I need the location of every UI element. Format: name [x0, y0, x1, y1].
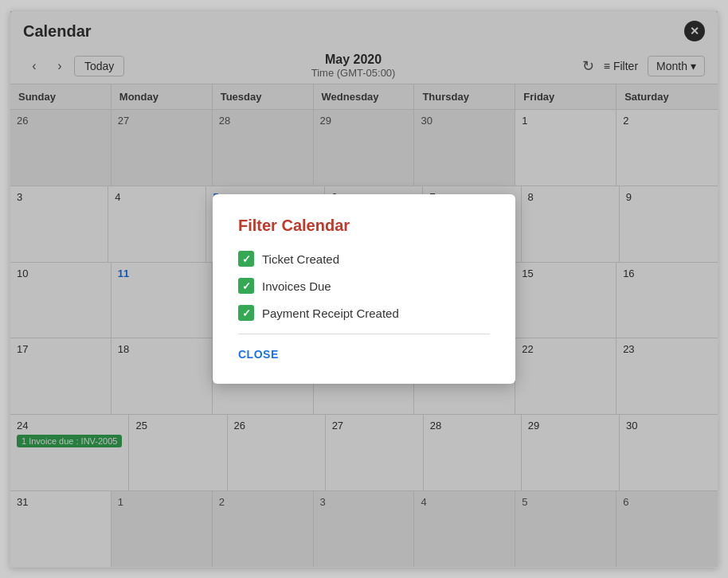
filter-items-container: Ticket CreatedInvoices DuePayment Receip… — [238, 251, 490, 321]
modal-overlay: Filter Calendar Ticket CreatedInvoices D… — [10, 11, 718, 567]
filter-item[interactable]: Invoices Due — [238, 278, 490, 294]
checkbox-icon[interactable] — [238, 278, 254, 294]
filter-item-label: Ticket Created — [262, 252, 339, 266]
filter-item-label: Payment Receipt Created — [262, 307, 399, 320]
close-modal-button[interactable]: CLOSE — [238, 348, 279, 361]
modal-divider — [238, 334, 490, 334]
modal-title: Filter Calendar — [238, 217, 490, 235]
checkbox-icon[interactable] — [238, 251, 254, 267]
checkbox-icon[interactable] — [238, 305, 254, 321]
filter-item[interactable]: Payment Receipt Created — [238, 305, 490, 321]
calendar-window: Calendar ✕ ‹ › Today May 2020 Time (GMT-… — [10, 10, 718, 568]
filter-modal: Filter Calendar Ticket CreatedInvoices D… — [213, 194, 515, 384]
filter-item[interactable]: Ticket Created — [238, 251, 490, 267]
filter-item-label: Invoices Due — [262, 279, 331, 293]
